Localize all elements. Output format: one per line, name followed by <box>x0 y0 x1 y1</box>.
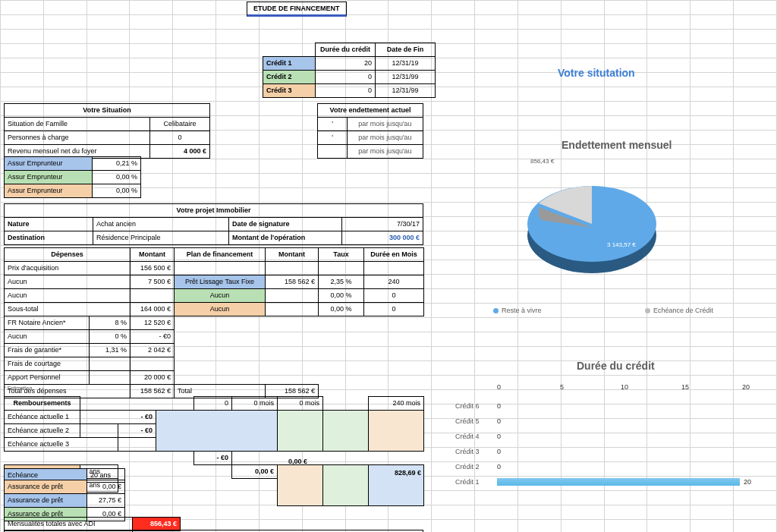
depense-extra: Frais de courtage <box>5 357 424 371</box>
depenses-table: Dépenses Montant Plan de financement Mon… <box>4 247 424 398</box>
assur-pret-row: Assurance de prêt0,00 € <box>5 480 125 494</box>
assur-pret-row: Assurance de prêt27,75 € <box>5 494 125 508</box>
projet-table: Votre projet Immobilier Nature Achat anc… <box>4 203 423 245</box>
credit-row: Crédit 12012/31/19 <box>263 57 436 71</box>
depense-row: Sous-total164 000 €Aucun0,00 %0 <box>5 303 424 316</box>
assur-row: Assur Emprunteur0,21 % <box>5 157 141 171</box>
col-end: Date de Fin <box>376 43 436 57</box>
depense-extra: Apport Personnel20 000 € <box>5 371 424 385</box>
pie-label-a: 856,43 € <box>530 158 554 165</box>
depense-extra: Aucun0 %- €0 <box>5 330 424 344</box>
legend-b: Echéance de Crédit <box>645 307 713 314</box>
situation-title: Votre Situation <box>5 104 210 118</box>
pie-chart <box>501 152 675 288</box>
remb-row: Echéance actuelle 1- €0 <box>5 411 424 424</box>
pie-title: Endettement mensuel <box>562 139 672 151</box>
assur-row: Assur Emprunteur0,00 % <box>5 171 141 184</box>
endettement-actuel: Votre endettement actuel 'par mois jusqu… <box>317 103 423 159</box>
depense-row: Aucun7 500 €Prêt Lissage Taux Fixe158 56… <box>5 275 424 289</box>
pie-label-b: 3 143,57 € <box>607 241 636 248</box>
credits-table: Durée du crédit Date de Fin Crédit 12012… <box>263 42 436 98</box>
depense-extra: Frais de garantie*1,31 %2 042 € <box>5 344 424 357</box>
assur-pret-table: Assurance de prêt0,00 € Assurance de prê… <box>4 480 125 521</box>
situation-table: Votre Situation Situation de FamilleCeli… <box>4 103 210 159</box>
assur-row: Assur Emprunteur0,00 % <box>5 184 141 198</box>
bar-chart: 0 5 10 15 20 Crédit 60 Crédit 50 Crédit … <box>455 379 759 516</box>
credit-row: Crédit 3012/31/99 <box>263 84 436 98</box>
estim-note: * Estimation <box>4 386 32 391</box>
depense-extra: FR Notaire Ancien*8 %12 520 € <box>5 316 424 330</box>
situation-row: Personnes à charge0 <box>5 131 210 145</box>
echeance-value: 828,69 € <box>395 469 421 477</box>
legend-a: Reste à vivre <box>493 307 542 314</box>
col-duration: Durée du crédit <box>316 43 376 57</box>
page-title-text: ETUDE DE FINANCEMENT <box>247 2 347 17</box>
depense-row: Prix d'acquisition156 500 € <box>5 262 424 275</box>
side-title: Votre situtation <box>558 67 635 79</box>
credit-row: Crédit 2012/31/99 <box>263 71 436 84</box>
situation-row: Situation de FamilleCelibataire <box>5 118 210 131</box>
depense-row: AucunAucun0,00 %0 <box>5 289 424 303</box>
bar-title: Durée du crédit <box>577 360 655 372</box>
page-title: ETUDE DE FINANCEMENT <box>247 5 347 12</box>
assur-table: Assur Emprunteur0,21 % Assur Emprunteur0… <box>4 156 141 198</box>
